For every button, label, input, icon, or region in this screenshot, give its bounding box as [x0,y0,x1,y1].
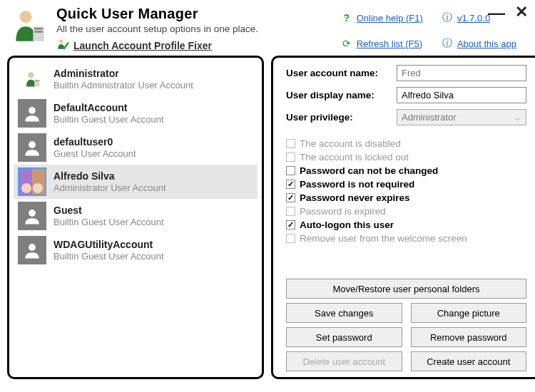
checkbox-row: The account is locked out [286,152,526,163]
checkbox-row[interactable]: Password can not be changed [286,165,526,176]
user-check-icon [56,38,69,53]
set-password-button[interactable]: Set password [286,327,402,347]
checkbox[interactable] [286,193,295,202]
checkbox-label: Auto-logon this user [300,220,394,230]
user-role: Builtin Guest User Account [54,114,164,125]
account-name-label: User account name: [286,68,397,78]
minimize-button[interactable]: — [488,3,505,23]
help-icon: ? [341,12,352,24]
account-name-input[interactable] [397,65,526,81]
user-name: Alfredo Silva [54,170,166,182]
svg-point-5 [28,72,34,78]
svg-rect-3 [34,31,43,33]
svg-point-10 [29,210,36,217]
delete-user-button: Delete user account [286,351,402,371]
checkbox-label: The account is disabled [300,138,401,149]
checkbox-label: Password can not be changed [300,165,438,176]
user-role: Builtin Guest User Account [54,217,164,227]
checkbox-row[interactable]: Auto-logon this user [286,220,526,230]
refresh-link[interactable]: Refresh list (F5) [357,38,422,49]
checkbox-row[interactable]: Password never expires [286,192,526,203]
checkbox-row[interactable]: Password is not required [286,179,526,190]
user-list-item[interactable]: Alfredo SilvaAdministrator User Account [14,165,258,199]
info-icon: ⓘ [442,12,453,24]
display-name-label: User display name: [286,90,397,100]
display-name-input[interactable] [397,87,526,103]
online-help-link[interactable]: Online help (F1) [357,13,423,24]
user-role: Builtin Guest User Account [54,251,164,262]
close-button[interactable]: ✕ [515,3,528,23]
checkbox-label: Remove user from the welcome screen [300,233,467,244]
user-list-item[interactable]: AdministratorBuiltin Administrator User … [14,62,258,96]
svg-rect-2 [34,28,43,30]
user-role: Builtin Administrator User Account [54,80,193,91]
checkbox-row: Remove user from the welcome screen [286,233,526,244]
svg-point-4 [59,39,63,43]
checkbox[interactable] [286,220,295,229]
avatar [18,236,46,264]
privilege-value: Administrator [402,112,457,123]
user-role: Guest User Account [54,148,136,159]
checkbox [286,139,295,148]
remove-password-button[interactable]: Remove password [411,327,527,347]
info-icon: ⓘ [442,38,453,49]
checkbox [286,207,295,216]
checkbox-label: Password is not required [300,179,414,190]
checkbox[interactable] [286,180,295,189]
refresh-icon: ⟳ [341,38,352,49]
avatar [18,202,46,230]
user-list-panel: AdministratorBuiltin Administrator User … [7,56,264,379]
svg-point-8 [29,107,36,114]
checkbox [286,153,295,162]
user-role: Administrator User Account [54,182,166,193]
chevron-down-icon: ⌄ [514,112,521,123]
user-name: DefaultAccount [54,102,164,113]
privilege-label: User privilege: [286,112,397,123]
user-name: Administrator [54,68,193,79]
about-link[interactable]: About this app [457,38,516,49]
svg-point-9 [29,141,36,148]
svg-point-0 [19,11,31,23]
checkbox-row: Password is expired [286,206,526,217]
checkbox-row: The account is disabled [286,138,526,149]
checkbox[interactable] [286,166,295,175]
user-list-item[interactable]: DefaultAccountBuiltin Guest User Account [14,96,258,130]
app-icon [9,6,48,45]
save-button[interactable]: Save changes [286,303,402,323]
user-list-item[interactable]: WDAGUtilityAccountBuiltin Guest User Acc… [14,233,258,267]
app-subtitle: All the user account setup options in on… [56,24,341,34]
avatar [18,167,46,196]
app-title: Quick User Manager [56,6,341,22]
avatar [18,99,46,128]
avatar [18,65,46,93]
svg-rect-7 [35,81,39,81]
user-detail-panel: User account name: User display name: Us… [271,56,535,379]
version-link[interactable]: v1.7.0.0 [457,13,490,24]
avatar [18,133,46,162]
change-picture-button[interactable]: Change picture [411,303,527,323]
create-user-button[interactable]: Create user account [411,351,527,371]
checkbox-label: Password is expired [300,206,386,217]
user-list-item[interactable]: GuestBuiltin Guest User Account [14,199,258,233]
user-list-item[interactable]: defaultuser0Guest User Account [14,130,258,165]
launch-fixer-link[interactable]: Launch Account Profile Fixer [73,40,212,51]
user-name: WDAGUtilityAccount [54,239,164,250]
svg-point-11 [29,244,36,251]
checkbox [286,234,295,243]
checkbox-label: The account is locked out [300,152,409,163]
user-name: Guest [54,205,164,216]
privilege-select[interactable]: Administrator ⌄ [397,109,526,125]
checkbox-label: Password never expires [300,192,410,203]
user-name: defaultuser0 [54,136,136,148]
move-restore-button[interactable]: Move/Restore user personal folders [286,279,526,299]
